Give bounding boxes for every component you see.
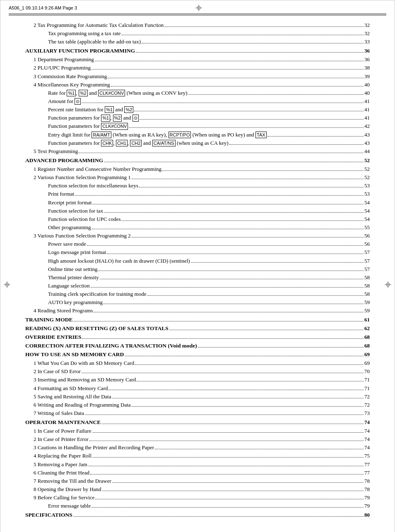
toc-entry: Receipt print format 54 [25,199,370,207]
dot-leader [139,187,364,187]
page-number: 54 [364,215,370,223]
entry-text: Thermal printer density [48,273,99,282]
toc-entry: 5 Removing a Paper Jam 77 [25,460,370,469]
entry-text: The tax table (applicable to the add-on … [48,38,141,46]
page-number: 79 [364,494,370,502]
header-crosshair [77,5,320,11]
toc-entry: 1 Department Programming 36 [25,55,370,64]
toc-entry: Tax programming using a tax rate 32 [25,29,370,38]
entry-text: SPECIFICATIONS [25,511,72,520]
toc-entry: 1 In Case of Power Failure 74 [25,427,370,435]
entry-text: 4 Reading Stored Programs [34,307,93,315]
dot-leader [121,220,364,221]
entry-text: 3 Inserting and Removing an SD Memory Ca… [34,376,136,384]
entry-text: TRAINING MODE [25,316,72,324]
entry-text: Print format [48,190,74,198]
page-number: 41 [364,97,370,105]
dot-leader [198,347,364,347]
toc-entry: Error message table 79 [25,502,370,510]
entry-text: OVERRIDE ENTRIES [25,333,81,342]
page-number: 58 [364,290,370,298]
dot-leader [82,103,364,103]
entry-text: Entry digit limit for RA/AMT (When using… [48,131,267,139]
toc-entry: 3 Inserting and Removing an SD Memory Ca… [25,376,370,384]
toc-entry: Function parameters for CHK, CH1, CH2 an… [25,139,370,147]
dot-leader [111,86,364,86]
entry-text: 6 Writing and Reading of Programming Dat… [34,401,131,409]
entry-text: 3 Cautions in Handling the Printer and R… [34,443,154,452]
toc-entry: Function parameters for %1, %2 and ⊙ 41 [25,114,370,122]
toc-entry: AUTO key programming 59 [25,298,370,307]
entry-text: CORRECTION AFTER FINALIZING A TRANSACTIO… [25,342,197,350]
dot-leader [164,26,364,27]
entry-text: Amount for ⊙ [48,97,81,105]
toc-section-header: ADVANCED PROGRAMMING 52 [25,156,370,165]
right-crosshair [385,281,391,290]
toc-entry: 1 Register Number and Consecutive Number… [25,165,370,173]
left-crosshair [4,281,10,290]
toc-section-header: TRAINING MODE 61 [25,316,370,324]
toc-entry: 3 Cautions in Handling the Printer and R… [25,443,370,452]
page-number: 59 [364,298,370,307]
dot-leader [90,474,364,474]
toc-entry: Print format 53 [25,190,370,198]
dot-leader [92,457,364,458]
page-number: 40 [364,81,370,89]
page-number: 57 [364,265,370,273]
toc-section-header: READING (X) AND RESETTING (Z) OF SALES T… [25,324,370,333]
page-number: 57 [364,248,370,256]
entry-text: Function selection for tax [48,207,103,215]
dot-leader [169,330,364,330]
dot-leader [95,499,364,499]
entry-text: Function selection for miscellaneous key… [48,182,138,190]
toc-entry: Language selection 58 [25,282,370,290]
entry-text: 2 Various Function Selection Programming… [34,173,131,182]
toc-entry: 4 Formatting an SD Memory Card 71 [25,384,370,393]
dot-leader [267,136,364,137]
dot-leader [100,279,364,279]
dot-leader [104,162,364,162]
toc-entry: Power save mode 56 [25,240,370,248]
page-number: 68 [364,333,370,341]
dot-leader [155,449,364,449]
dot-leader [229,144,364,145]
entry-text: ADVANCED PROGRAMMING [25,156,103,165]
toc-entry: 5 Text Programming 44 [25,147,370,156]
dot-leader [147,295,364,296]
dot-leader [162,170,364,171]
dot-leader [94,312,364,312]
dot-leader [132,179,364,179]
entry-text: Receipt print format [48,199,92,207]
page-number: 39 [364,72,370,81]
toc-entry: Function selection for miscellaneous key… [25,182,370,190]
dot-leader [75,195,364,196]
dot-leader [92,432,364,433]
dot-leader [92,69,364,69]
entry-text: 2 PLU/UPC Programming [34,64,91,72]
entry-text: 4 Formatting an SD Memory Card [34,384,108,393]
page-number: 57 [364,257,370,265]
entry-text: 1 Register Number and Consecutive Number… [34,165,161,173]
toc-entry: Training clerk specification for trainin… [25,290,370,298]
dot-leader [136,52,364,53]
toc-entry: 2 In Case of Printer Error 74 [25,435,370,443]
dot-leader [73,516,364,517]
page-number: 33 [364,38,370,46]
page-number: 69 [364,350,370,359]
toc-entry: 4 Miscellaneous Key Programming 40 [25,81,370,89]
page-number: 54 [364,199,370,207]
entry-text: 1 What You Can Do with an SD Memory Card [34,359,134,367]
entry-text: 7 Writing of Sales Data [34,409,84,417]
dot-leader [112,482,364,483]
page-number: 71 [364,384,370,393]
page-number: 41 [364,114,370,122]
entry-text: Function parameters for CHK, CH1, CH2 an… [48,139,229,147]
page-number: 42 [364,122,370,130]
entry-text: 2 Tax Programming for Automatic Tax Calc… [34,21,164,29]
entry-text: Tax programming using a tax rate [48,29,121,38]
page-number: 72 [364,401,370,409]
page-number: 53 [364,182,370,190]
page-number: 80 [364,511,370,519]
page-number: 68 [364,342,370,350]
toc-entry: 2 Tax Programming for Automatic Tax Calc… [25,21,370,29]
